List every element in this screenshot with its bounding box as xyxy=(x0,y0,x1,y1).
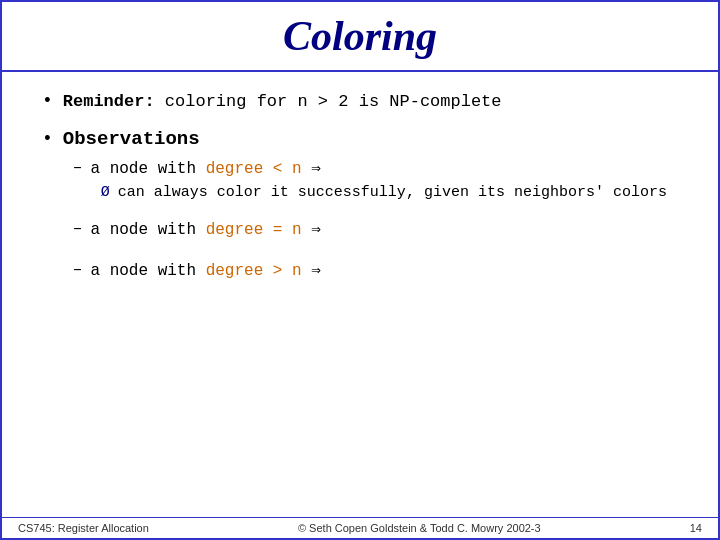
degree-less-after: ⇒ xyxy=(302,160,321,178)
degree-greater-after: ⇒ xyxy=(302,262,321,280)
bullet-dot-observations: • xyxy=(42,129,53,149)
sub-item-degree-greater-line: – a node with degree > n ⇒ xyxy=(73,260,667,282)
sub-item-degree-greater: – a node with degree > n ⇒ xyxy=(73,260,667,282)
title-bar: Coloring xyxy=(2,2,718,72)
degree-equal-colored: degree = n xyxy=(206,221,302,239)
sub-text-degree-less: a node with degree < n ⇒ xyxy=(90,158,320,180)
footer: CS745: Register Allocation © Seth Copen … xyxy=(2,517,718,538)
content-area: • Reminder: coloring for n > 2 is NP-com… xyxy=(2,72,718,538)
bullet-dot-reminder: • xyxy=(42,91,53,111)
degree-less-colored: degree < n xyxy=(206,160,302,178)
observations-label: Observations xyxy=(63,128,200,150)
slide-title: Coloring xyxy=(283,13,437,59)
bullet-text-reminder: Reminder: coloring for n > 2 is NP-compl… xyxy=(63,90,502,114)
reminder-text: coloring for n > 2 is NP-complete xyxy=(155,92,502,111)
footer-right: 14 xyxy=(690,522,702,534)
sub-text-degree-greater: a node with degree > n ⇒ xyxy=(90,260,320,282)
sub-item-degree-less: – a node with degree < n ⇒ Ø can always … xyxy=(73,158,667,201)
dash-2: – xyxy=(73,220,83,238)
dash-1: – xyxy=(73,159,83,177)
footer-center: © Seth Copen Goldstein & Todd C. Mowry 2… xyxy=(298,522,541,534)
sub-sub-item-degree-less: Ø can always color it successfully, give… xyxy=(101,184,667,201)
degree-less-before: a node with xyxy=(90,160,205,178)
dash-3: – xyxy=(73,261,83,279)
degree-greater-before: a node with xyxy=(90,262,205,280)
reminder-label: Reminder: xyxy=(63,92,155,111)
degree-greater-colored: degree > n xyxy=(206,262,302,280)
sub-items-list: – a node with degree < n ⇒ Ø can always … xyxy=(63,158,667,282)
degree-equal-before: a node with xyxy=(90,221,205,239)
sub-item-degree-equal-line: – a node with degree = n ⇒ xyxy=(73,219,667,241)
sub-item-degree-equal: – a node with degree = n ⇒ xyxy=(73,219,667,241)
arrow-bullet-1: Ø xyxy=(101,184,110,201)
observations-content: Observations – a node with degree < n ⇒ … xyxy=(63,128,667,282)
degree-equal-after: ⇒ xyxy=(302,221,321,239)
bullet-observations: • Observations – a node with degree < n … xyxy=(42,128,678,282)
bullet-reminder: • Reminder: coloring for n > 2 is NP-com… xyxy=(42,90,678,114)
sub-sub-text-1: can always color it successfully, given … xyxy=(118,184,667,201)
sub-text-degree-equal: a node with degree = n ⇒ xyxy=(90,219,320,241)
footer-left: CS745: Register Allocation xyxy=(18,522,149,534)
slide: Coloring • Reminder: coloring for n > 2 … xyxy=(0,0,720,540)
sub-item-degree-less-line: – a node with degree < n ⇒ xyxy=(73,158,667,180)
